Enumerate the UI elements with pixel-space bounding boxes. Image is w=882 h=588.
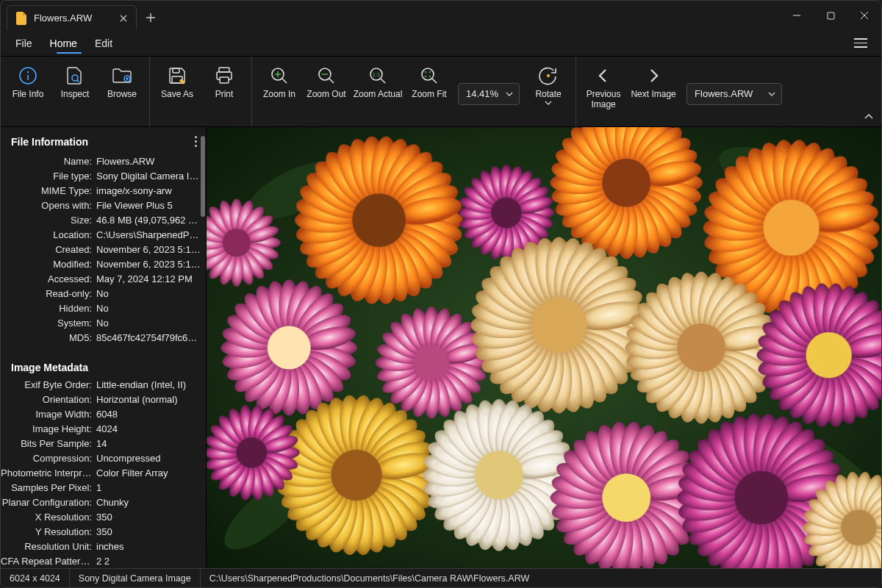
save-icon xyxy=(168,65,187,86)
property-key: Modified: xyxy=(1,257,96,272)
metadata-title: Image Metadata xyxy=(11,362,88,373)
property-key: MIME Type: xyxy=(1,184,96,198)
property-row: Location:C:\Users\SharpenedProduction... xyxy=(1,228,201,243)
close-button[interactable] xyxy=(847,1,881,30)
svg-text:1:1: 1:1 xyxy=(372,71,381,78)
zoom-level-value: 14.41% xyxy=(466,88,498,99)
maximize-button[interactable] xyxy=(814,1,847,30)
svg-rect-7 xyxy=(219,68,229,72)
save-as-button[interactable]: Save As xyxy=(154,61,200,102)
print-label: Print xyxy=(215,89,234,99)
next-image-button[interactable]: Next Image xyxy=(628,61,679,102)
property-row: Image Height:4024 xyxy=(1,422,201,437)
tab-title: Flowers.ARW xyxy=(34,12,92,24)
chevron-down-icon xyxy=(545,101,552,105)
svg-point-55 xyxy=(352,193,406,247)
svg-point-487 xyxy=(236,437,267,468)
inspect-button[interactable]: Inspect xyxy=(52,61,98,102)
svg-point-272 xyxy=(677,323,725,372)
browse-label: Browse xyxy=(107,89,137,99)
property-key: Read-only: xyxy=(1,287,96,301)
property-key: Image Width: xyxy=(1,407,96,422)
property-value: 1 xyxy=(96,481,201,495)
property-row: Orientation:Horizontal (normal) xyxy=(1,392,201,407)
ribbon-group-file: File Info Inspect Browse xyxy=(1,57,150,126)
property-value: No xyxy=(96,316,201,331)
property-row: Resolution Unit:inches xyxy=(1,539,201,554)
zoom-actual-icon: 1:1 xyxy=(368,65,387,86)
more-icon[interactable] xyxy=(192,133,200,150)
menubar: File Home Edit xyxy=(1,30,881,57)
property-key: File type: xyxy=(1,169,96,184)
zoom-actual-button[interactable]: 1:1 Zoom Actual xyxy=(351,61,405,102)
property-row: Size:46.8 MB (49,075,962 bytes) xyxy=(1,213,201,228)
property-row: File type:Sony Digital Camera Image (.ar… xyxy=(1,169,201,184)
zoom-level-select[interactable]: 14.41% xyxy=(458,83,520,105)
menu-file[interactable]: File xyxy=(7,33,41,54)
save-as-label: Save As xyxy=(161,89,193,99)
property-row: Read-only:No xyxy=(1,287,201,301)
property-value: Little-endian (Intel, II) xyxy=(96,378,201,392)
zoom-in-button[interactable]: Zoom In xyxy=(257,61,302,102)
file-info-list: Name:Flowers.ARWFile type:Sony Digital C… xyxy=(1,154,206,351)
image-viewer[interactable] xyxy=(207,127,881,568)
minimize-button[interactable] xyxy=(780,1,814,30)
property-value: 46.8 MB (49,075,962 bytes) xyxy=(96,213,201,228)
zoom-fit-icon xyxy=(420,65,439,86)
tab-strip: Flowers.ARW xyxy=(1,1,162,30)
tab-close-icon[interactable] xyxy=(118,13,129,24)
sidebar-scrollbar[interactable] xyxy=(200,130,206,565)
svg-point-338 xyxy=(331,450,381,501)
titlebar: Flowers.ARW xyxy=(1,1,881,30)
property-value: No xyxy=(96,301,201,316)
property-value: inches xyxy=(96,539,201,554)
zoom-actual-label: Zoom Actual xyxy=(354,89,403,99)
property-value: Uncompressed xyxy=(96,451,201,466)
ribbon-collapse-button[interactable] xyxy=(861,109,877,125)
tab-active[interactable]: Flowers.ARW xyxy=(7,5,137,30)
file-icon xyxy=(16,12,28,25)
zoom-fit-button[interactable]: Zoom Fit xyxy=(406,61,452,102)
svg-rect-0 xyxy=(828,12,834,19)
svg-point-508 xyxy=(223,229,251,257)
file-info-button[interactable]: File Info xyxy=(5,61,51,102)
property-value: File Viewer Plus 5 xyxy=(96,198,201,213)
zoom-in-icon xyxy=(270,65,289,86)
property-row: Modified:November 6, 2023 5:12 PM xyxy=(1,257,201,272)
status-path: C:\Users\SharpenedProductions\Documents\… xyxy=(201,569,881,587)
property-row: X Resolution:350 xyxy=(1,510,201,525)
svg-point-239 xyxy=(531,297,587,353)
new-tab-button[interactable] xyxy=(140,7,162,29)
property-key: Size: xyxy=(1,213,96,228)
property-key: Orientation: xyxy=(1,392,96,407)
svg-point-177 xyxy=(268,326,311,370)
image-preview xyxy=(207,127,881,568)
property-row: Opens with:File Viewer Plus 5 xyxy=(1,198,201,213)
previous-image-button[interactable]: Previous Image xyxy=(581,61,626,112)
browse-button[interactable]: Browse xyxy=(99,61,145,102)
property-value: Sony Digital Camera Image (.arw) xyxy=(96,169,201,184)
property-row: Hidden:No xyxy=(1,301,201,316)
property-value: C:\Users\SharpenedProduction... xyxy=(96,228,201,243)
property-key: Compression: xyxy=(1,451,96,466)
property-value: 2 2 xyxy=(96,554,201,569)
property-value: 85c467fc42754f79fc68a74026a6c... xyxy=(96,331,201,345)
zoom-out-button[interactable]: Zoom Out xyxy=(304,61,349,102)
property-row: Photometric Interpreta...Color Filter Ar… xyxy=(1,466,201,481)
scrollbar-thumb[interactable] xyxy=(201,136,205,217)
menu-home[interactable]: Home xyxy=(41,33,86,54)
hamburger-icon[interactable] xyxy=(849,32,872,55)
property-key: Resolution Unit: xyxy=(1,539,96,554)
svg-point-123 xyxy=(763,200,819,256)
file-select[interactable]: Flowers.ARW xyxy=(686,83,782,105)
property-row: Created:November 6, 2023 5:14 PM xyxy=(1,243,201,257)
app-window: Flowers.ARW File Home Edit xyxy=(0,0,882,588)
zoom-fit-label: Zoom Fit xyxy=(412,89,446,99)
rotate-button[interactable]: Rotate xyxy=(526,61,571,108)
print-button[interactable]: Print xyxy=(201,61,247,102)
property-row: Bits Per Sample:14 xyxy=(1,437,201,451)
menu-edit[interactable]: Edit xyxy=(86,33,121,54)
svg-point-371 xyxy=(475,451,523,499)
property-value: No xyxy=(96,287,201,301)
property-key: Photometric Interpreta... xyxy=(1,466,96,481)
